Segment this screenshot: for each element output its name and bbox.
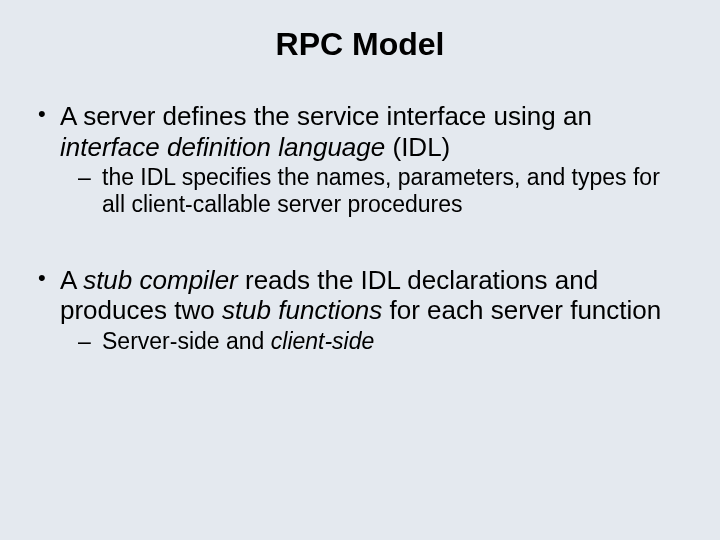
bullet-1-text-pre: A server defines the service interface u… [60,101,592,131]
bullet-2-sub-1-mid: and [220,328,271,354]
bullet-1: A server defines the service interface u… [36,101,684,219]
bullet-2-sub-1-pre: Server-side [102,328,220,354]
bullet-2-text-post: for each server function [382,295,661,325]
bullet-1-text-post: (IDL) [385,132,450,162]
bullet-list: A server defines the service interface u… [36,101,684,219]
bullet-2: A stub compiler reads the IDL declaratio… [36,265,684,355]
bullet-2-text-em2: stub functions [222,295,382,325]
bullet-2-text-em1: stub compiler [83,265,238,295]
slide-title: RPC Model [36,26,684,63]
bullet-1-sub-1: the IDL specifies the names, parameters,… [78,164,684,218]
bullet-2-sublist: Server-side and client-side [60,328,684,355]
bullet-2-sub-1-em: client-side [271,328,375,354]
bullet-1-sub-1-text: the IDL specifies the names, parameters,… [102,164,660,217]
bullet-1-text-em: interface definition language [60,132,385,162]
bullet-2-text-pre: A [60,265,83,295]
bullet-2-sub-1: Server-side and client-side [78,328,684,355]
bullet-list-2: A stub compiler reads the IDL declaratio… [36,265,684,355]
bullet-1-sublist: the IDL specifies the names, parameters,… [60,164,684,218]
slide: RPC Model A server defines the service i… [0,0,720,540]
spacer [36,229,684,265]
